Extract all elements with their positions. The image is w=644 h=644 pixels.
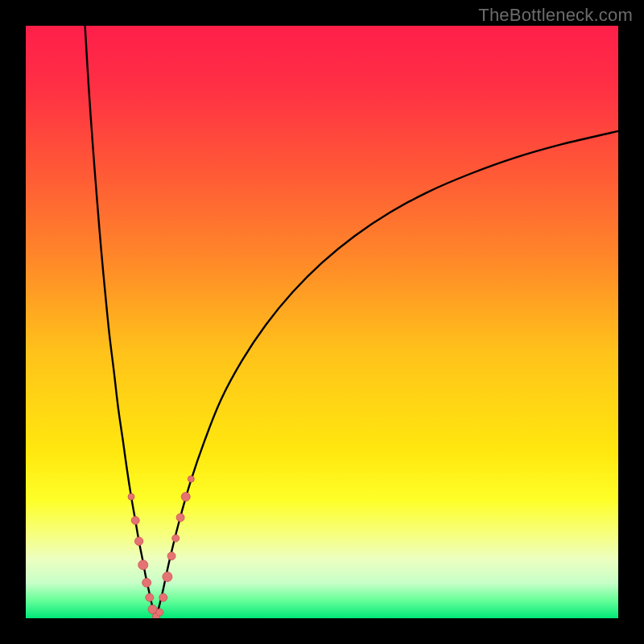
data-marker [176, 514, 184, 522]
data-marker [148, 605, 157, 613]
plot-area [26, 26, 618, 618]
data-marker [181, 493, 190, 502]
data-marker [188, 476, 194, 482]
data-marker [167, 552, 175, 560]
data-marker [131, 517, 139, 525]
chart-background [26, 26, 618, 618]
data-marker [138, 560, 148, 570]
watermark-text: TheBottleneck.com [478, 5, 633, 26]
outer-frame: TheBottleneck.com [0, 0, 644, 644]
data-marker [142, 578, 151, 587]
data-marker [128, 493, 134, 500]
chart-svg [26, 26, 618, 618]
data-marker [156, 609, 163, 616]
data-marker [172, 535, 180, 542]
data-marker [163, 572, 172, 581]
data-marker [159, 593, 167, 601]
data-marker [134, 537, 142, 545]
data-marker [146, 593, 154, 601]
